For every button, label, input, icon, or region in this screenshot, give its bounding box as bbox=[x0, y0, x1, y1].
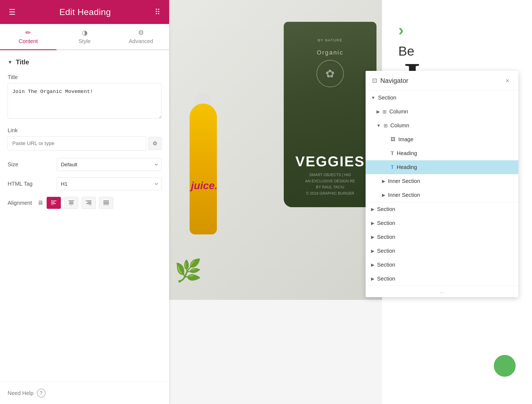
tab-content[interactable]: ✏ Content bbox=[0, 24, 56, 50]
nav-heading-icon-active: T bbox=[391, 164, 394, 170]
panel-title: Edit Heading bbox=[59, 7, 111, 17]
nav-chevron-section2: ▶ bbox=[371, 207, 374, 212]
bag-title-text: VEGGIES bbox=[295, 153, 365, 170]
main-content: BY NATURE Organic ✿ VEGGIES SMART OBJECT… bbox=[169, 0, 532, 404]
nav-header-left: ⊡ Navigator bbox=[372, 77, 408, 85]
herbs-decoration: 🌿 bbox=[175, 258, 202, 284]
nav-label-section-3: Section bbox=[377, 220, 395, 226]
nav-label-column-1: Column bbox=[389, 108, 408, 115]
nav-item-column-2[interactable]: ▼ ⊞ Column bbox=[366, 119, 518, 132]
size-select[interactable]: Default Small Medium Large bbox=[57, 158, 162, 171]
nav-item-inner-section-1[interactable]: ▶ Inner Section bbox=[366, 174, 518, 188]
svg-rect-9 bbox=[88, 202, 91, 203]
nav-label-image: Image bbox=[398, 136, 414, 143]
nav-column-icon-1: ⊞ bbox=[382, 109, 387, 115]
nav-item-inner-section-2[interactable]: ▶ Inner Section bbox=[366, 188, 518, 202]
nav-label-section-7: Section bbox=[377, 276, 395, 282]
nav-more-dots: ... bbox=[440, 289, 444, 294]
grid-icon[interactable]: ⠿ bbox=[155, 8, 160, 17]
svg-rect-14 bbox=[103, 203, 109, 204]
nav-item-section-4[interactable]: ▶ Section bbox=[366, 230, 518, 244]
bag-brand-text: Organic bbox=[317, 49, 343, 56]
advanced-tab-icon: ⚙ bbox=[138, 29, 144, 37]
nav-label-section-4: Section bbox=[377, 234, 395, 240]
alignment-label: Alignment bbox=[8, 200, 32, 206]
link-settings-button[interactable]: ⚙ bbox=[148, 137, 162, 150]
svg-rect-13 bbox=[103, 202, 109, 203]
title-field-group: Title Join The Organic Movement! bbox=[8, 74, 162, 120]
nav-label-section-6: Section bbox=[377, 262, 395, 268]
nav-item-section-6[interactable]: ▶ Section bbox=[366, 258, 518, 272]
nav-image-icon: 🖼 bbox=[391, 137, 396, 142]
juice-bottle: juice. bbox=[186, 93, 221, 234]
title-label: Title bbox=[8, 74, 162, 80]
tab-style[interactable]: ◑ Style bbox=[56, 24, 113, 49]
section-heading: Title bbox=[16, 58, 29, 66]
svg-rect-15 bbox=[103, 205, 109, 205]
svg-rect-5 bbox=[69, 202, 73, 203]
nav-item-heading-active[interactable]: T Heading bbox=[366, 160, 518, 174]
arrow-decoration: › bbox=[398, 22, 516, 38]
html-tag-select[interactable]: H1 H2 H3 div span p bbox=[57, 177, 162, 190]
style-tab-icon: ◑ bbox=[82, 29, 88, 37]
nav-column-icon-2: ⊞ bbox=[384, 123, 388, 129]
svg-rect-6 bbox=[69, 203, 74, 204]
link-field-group: Link ⚙ bbox=[8, 127, 162, 150]
product-image-area: BY NATURE Organic ✿ VEGGIES SMART OBJECT… bbox=[169, 0, 382, 300]
nav-panel-icon: ⊡ bbox=[372, 77, 377, 84]
size-field-row: Size Default Small Medium Large bbox=[8, 158, 162, 171]
tab-advanced[interactable]: ⚙ Advanced bbox=[113, 24, 169, 49]
link-input[interactable] bbox=[8, 136, 146, 150]
help-button[interactable]: ? bbox=[37, 389, 46, 397]
nav-item-section-5[interactable]: ▶ Section bbox=[366, 244, 518, 258]
bottle-text: juice. bbox=[191, 180, 216, 191]
collapse-arrow-icon[interactable]: ▼ bbox=[8, 59, 13, 65]
nav-label-section-2: Section bbox=[377, 206, 395, 212]
svg-rect-2 bbox=[51, 203, 56, 204]
svg-rect-11 bbox=[89, 205, 91, 205]
nav-label-heading-active: Heading bbox=[397, 164, 417, 170]
nav-scroll-indicator: ... bbox=[366, 286, 518, 297]
nav-label-section-top: Section bbox=[378, 95, 396, 101]
align-right-button[interactable] bbox=[82, 197, 96, 209]
monitor-icon: 🖥 bbox=[37, 199, 43, 206]
align-left-button[interactable] bbox=[47, 197, 61, 209]
style-tab-label: Style bbox=[79, 38, 91, 44]
navigator-header: ⊡ Navigator × bbox=[366, 71, 518, 91]
nav-item-section-3[interactable]: ▶ Section bbox=[366, 216, 518, 230]
link-input-row: ⚙ bbox=[8, 136, 162, 150]
nav-item-section-top[interactable]: ▼ Section bbox=[366, 91, 518, 105]
content-tab-icon: ✏ bbox=[25, 29, 31, 37]
svg-rect-4 bbox=[68, 201, 74, 201]
alignment-row: Alignment 🖥 bbox=[8, 197, 162, 209]
content-tab-label: Content bbox=[19, 38, 38, 44]
link-label: Link bbox=[8, 127, 162, 134]
nav-item-section-2[interactable]: ▶ Section bbox=[366, 202, 518, 216]
title-input[interactable]: Join The Organic Movement! bbox=[8, 83, 162, 119]
svg-rect-7 bbox=[70, 205, 73, 205]
advanced-tab-label: Advanced bbox=[129, 38, 153, 44]
panel-body: ▼ Title Title Join The Organic Movement!… bbox=[0, 50, 169, 382]
bottle-label: juice. bbox=[191, 180, 216, 191]
panel-footer: Need Help ? bbox=[0, 382, 169, 404]
navigator-body: ▼ Section ▶ ⊞ Column ▼ ⊞ Column 🖼 Image bbox=[366, 91, 518, 286]
align-justify-button[interactable] bbox=[99, 197, 113, 209]
navigator-close-button[interactable]: × bbox=[503, 76, 512, 85]
nav-chevron-section6: ▶ bbox=[371, 262, 374, 267]
nav-item-column-1[interactable]: ▶ ⊞ Column bbox=[366, 105, 518, 119]
nav-item-section-7[interactable]: ▶ Section bbox=[366, 272, 518, 286]
svg-rect-0 bbox=[51, 201, 56, 201]
section-title-row: ▼ Title bbox=[8, 58, 162, 66]
nav-chevron-section4: ▶ bbox=[371, 234, 374, 240]
nav-item-image[interactable]: 🖼 Image bbox=[366, 132, 518, 146]
nav-label-column-2: Column bbox=[390, 122, 409, 129]
panel-tabs: ✏ Content ◑ Style ⚙ Advanced bbox=[0, 24, 169, 50]
nav-chevron-inner2: ▶ bbox=[382, 192, 385, 198]
align-center-button[interactable] bbox=[64, 197, 78, 209]
svg-rect-3 bbox=[51, 205, 54, 205]
nav-item-heading-1[interactable]: T Heading bbox=[366, 146, 518, 160]
svg-rect-1 bbox=[51, 202, 55, 203]
need-help-label: Need Help bbox=[8, 390, 34, 396]
panel-header: ☰ Edit Heading ⠿ bbox=[0, 0, 169, 24]
hamburger-icon[interactable]: ☰ bbox=[9, 8, 16, 17]
